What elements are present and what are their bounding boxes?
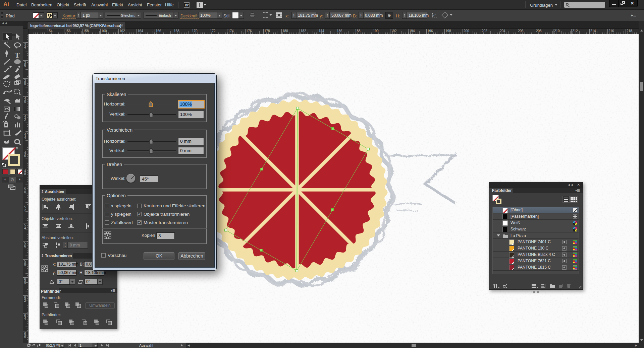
svg-text:T: T	[15, 52, 20, 59]
